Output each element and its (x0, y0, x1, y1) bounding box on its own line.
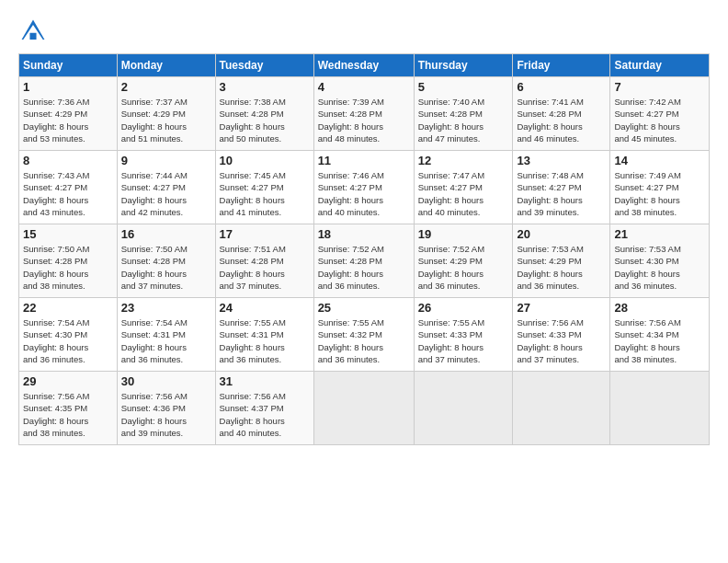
day-cell: 13Sunrise: 7:48 AM Sunset: 4:27 PM Dayli… (513, 151, 610, 224)
day-cell: 7Sunrise: 7:42 AM Sunset: 4:27 PM Daylig… (610, 77, 710, 151)
day-cell: 22Sunrise: 7:54 AM Sunset: 4:30 PM Dayli… (19, 298, 118, 372)
day-cell: 8Sunrise: 7:43 AM Sunset: 4:27 PM Daylig… (19, 151, 118, 224)
day-info: Sunrise: 7:42 AM Sunset: 4:27 PM Dayligh… (614, 96, 705, 144)
calendar-table: SundayMondayTuesdayWednesdayThursdayFrid… (18, 53, 710, 445)
weekday-header-wednesday: Wednesday (313, 54, 414, 77)
weekday-header-row: SundayMondayTuesdayWednesdayThursdayFrid… (19, 54, 710, 77)
day-info: Sunrise: 7:56 AM Sunset: 4:37 PM Dayligh… (220, 390, 310, 439)
day-number: 5 (418, 80, 509, 94)
header (18, 17, 710, 46)
weekday-header-tuesday: Tuesday (215, 54, 313, 77)
day-info: Sunrise: 7:51 AM Sunset: 4:28 PM Dayligh… (220, 243, 310, 292)
weekday-header-thursday: Thursday (414, 54, 513, 77)
day-cell: 24Sunrise: 7:55 AM Sunset: 4:31 PM Dayli… (215, 298, 313, 372)
day-cell: 25Sunrise: 7:55 AM Sunset: 4:32 PM Dayli… (313, 298, 414, 372)
weekday-header-sunday: Sunday (19, 54, 118, 77)
day-number: 4 (318, 80, 410, 94)
day-cell: 6Sunrise: 7:41 AM Sunset: 4:28 PM Daylig… (513, 77, 610, 151)
day-number: 15 (23, 227, 113, 241)
week-row-3: 15Sunrise: 7:50 AM Sunset: 4:28 PM Dayli… (19, 224, 710, 298)
day-cell: 2Sunrise: 7:37 AM Sunset: 4:29 PM Daylig… (117, 77, 215, 151)
day-number: 27 (517, 301, 606, 315)
day-number: 24 (220, 301, 310, 315)
day-info: Sunrise: 7:37 AM Sunset: 4:29 PM Dayligh… (121, 96, 211, 144)
day-info: Sunrise: 7:56 AM Sunset: 4:34 PM Dayligh… (614, 316, 705, 365)
day-info: Sunrise: 7:55 AM Sunset: 4:33 PM Dayligh… (418, 316, 509, 365)
day-info: Sunrise: 7:41 AM Sunset: 4:28 PM Dayligh… (517, 96, 606, 144)
logo (18, 17, 51, 46)
day-info: Sunrise: 7:54 AM Sunset: 4:31 PM Dayligh… (121, 316, 211, 365)
day-cell (313, 372, 414, 445)
day-cell: 15Sunrise: 7:50 AM Sunset: 4:28 PM Dayli… (19, 224, 118, 298)
day-cell: 12Sunrise: 7:47 AM Sunset: 4:27 PM Dayli… (414, 151, 513, 224)
day-cell: 19Sunrise: 7:52 AM Sunset: 4:29 PM Dayli… (414, 224, 513, 298)
day-number: 12 (418, 154, 509, 167)
day-number: 28 (614, 301, 705, 315)
day-number: 9 (121, 154, 211, 167)
day-info: Sunrise: 7:50 AM Sunset: 4:28 PM Dayligh… (121, 243, 211, 292)
day-number: 26 (418, 301, 509, 315)
day-cell: 9Sunrise: 7:44 AM Sunset: 4:27 PM Daylig… (117, 151, 215, 224)
day-info: Sunrise: 7:45 AM Sunset: 4:27 PM Dayligh… (220, 169, 310, 218)
day-number: 25 (318, 301, 410, 315)
day-info: Sunrise: 7:53 AM Sunset: 4:30 PM Dayligh… (614, 243, 705, 292)
day-info: Sunrise: 7:44 AM Sunset: 4:27 PM Dayligh… (121, 169, 211, 218)
week-row-2: 8Sunrise: 7:43 AM Sunset: 4:27 PM Daylig… (19, 151, 710, 224)
day-cell: 16Sunrise: 7:50 AM Sunset: 4:28 PM Dayli… (117, 224, 215, 298)
day-cell: 20Sunrise: 7:53 AM Sunset: 4:29 PM Dayli… (513, 224, 610, 298)
weekday-header-saturday: Saturday (610, 54, 710, 77)
day-number: 7 (614, 80, 705, 94)
day-number: 17 (220, 227, 310, 241)
logo-icon (18, 17, 48, 46)
day-info: Sunrise: 7:56 AM Sunset: 4:33 PM Dayligh… (517, 316, 606, 365)
day-info: Sunrise: 7:47 AM Sunset: 4:27 PM Dayligh… (418, 169, 509, 218)
day-number: 18 (318, 227, 410, 241)
day-number: 16 (121, 227, 211, 241)
day-cell (513, 372, 610, 445)
day-number: 11 (318, 154, 410, 167)
week-row-1: 1Sunrise: 7:36 AM Sunset: 4:29 PM Daylig… (19, 77, 710, 151)
day-cell (610, 372, 710, 445)
day-cell: 10Sunrise: 7:45 AM Sunset: 4:27 PM Dayli… (215, 151, 313, 224)
day-number: 21 (614, 227, 705, 241)
day-number: 2 (121, 80, 211, 94)
day-cell: 23Sunrise: 7:54 AM Sunset: 4:31 PM Dayli… (117, 298, 215, 372)
day-cell: 14Sunrise: 7:49 AM Sunset: 4:27 PM Dayli… (610, 151, 710, 224)
day-info: Sunrise: 7:56 AM Sunset: 4:35 PM Dayligh… (23, 390, 113, 439)
day-cell: 5Sunrise: 7:40 AM Sunset: 4:28 PM Daylig… (414, 77, 513, 151)
day-cell: 29Sunrise: 7:56 AM Sunset: 4:35 PM Dayli… (19, 372, 118, 445)
day-info: Sunrise: 7:40 AM Sunset: 4:28 PM Dayligh… (418, 96, 509, 144)
day-info: Sunrise: 7:52 AM Sunset: 4:29 PM Dayligh… (418, 243, 509, 292)
day-number: 13 (517, 154, 606, 167)
day-cell (414, 372, 513, 445)
page: SundayMondayTuesdayWednesdayThursdayFrid… (0, 0, 728, 563)
day-number: 3 (220, 80, 310, 94)
day-cell: 1Sunrise: 7:36 AM Sunset: 4:29 PM Daylig… (19, 77, 118, 151)
day-cell: 30Sunrise: 7:56 AM Sunset: 4:36 PM Dayli… (117, 372, 215, 445)
day-number: 31 (220, 374, 310, 388)
day-number: 22 (23, 301, 113, 315)
day-info: Sunrise: 7:53 AM Sunset: 4:29 PM Dayligh… (517, 243, 606, 292)
day-number: 19 (418, 227, 509, 241)
day-number: 8 (23, 154, 113, 167)
day-cell: 4Sunrise: 7:39 AM Sunset: 4:28 PM Daylig… (313, 77, 414, 151)
day-number: 20 (517, 227, 606, 241)
weekday-header-monday: Monday (117, 54, 215, 77)
week-row-4: 22Sunrise: 7:54 AM Sunset: 4:30 PM Dayli… (19, 298, 710, 372)
day-info: Sunrise: 7:48 AM Sunset: 4:27 PM Dayligh… (517, 169, 606, 218)
day-cell: 11Sunrise: 7:46 AM Sunset: 4:27 PM Dayli… (313, 151, 414, 224)
week-row-5: 29Sunrise: 7:56 AM Sunset: 4:35 PM Dayli… (19, 372, 710, 445)
day-cell: 3Sunrise: 7:38 AM Sunset: 4:28 PM Daylig… (215, 77, 313, 151)
day-info: Sunrise: 7:39 AM Sunset: 4:28 PM Dayligh… (318, 96, 410, 144)
day-info: Sunrise: 7:36 AM Sunset: 4:29 PM Dayligh… (23, 96, 113, 144)
day-info: Sunrise: 7:54 AM Sunset: 4:30 PM Dayligh… (23, 316, 113, 365)
day-info: Sunrise: 7:55 AM Sunset: 4:32 PM Dayligh… (318, 316, 410, 365)
day-number: 14 (614, 154, 705, 167)
day-info: Sunrise: 7:43 AM Sunset: 4:27 PM Dayligh… (23, 169, 113, 218)
day-number: 23 (121, 301, 211, 315)
day-info: Sunrise: 7:38 AM Sunset: 4:28 PM Dayligh… (220, 96, 310, 144)
day-info: Sunrise: 7:46 AM Sunset: 4:27 PM Dayligh… (318, 169, 410, 218)
day-cell: 26Sunrise: 7:55 AM Sunset: 4:33 PM Dayli… (414, 298, 513, 372)
day-info: Sunrise: 7:55 AM Sunset: 4:31 PM Dayligh… (220, 316, 310, 365)
day-cell: 28Sunrise: 7:56 AM Sunset: 4:34 PM Dayli… (610, 298, 710, 372)
